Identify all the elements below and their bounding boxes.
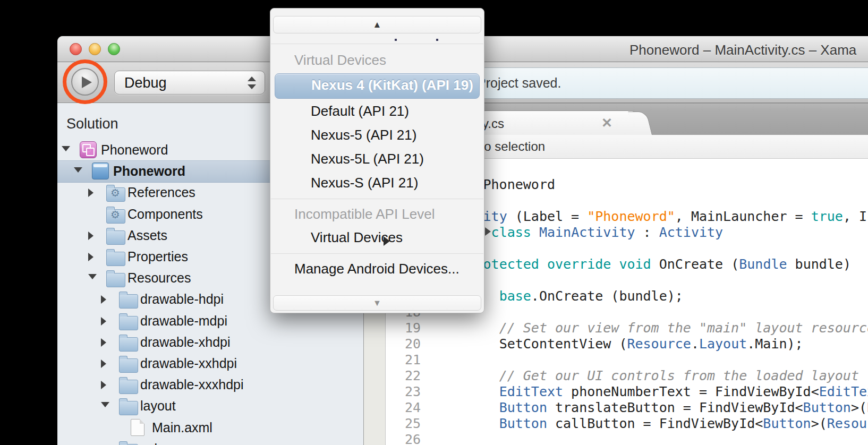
folder-icon (119, 294, 138, 309)
line-number: 26 (386, 432, 421, 445)
tree-item-label: Phoneword (113, 160, 185, 182)
code-line: Button translateButton = FindViewById<Bu… (403, 400, 868, 416)
expander-open-icon[interactable] (74, 167, 82, 173)
folder-icon (119, 316, 138, 330)
expander-closed-icon[interactable] (101, 360, 106, 368)
clipped-item-remnant (436, 39, 438, 41)
minimize-window-icon[interactable] (89, 43, 101, 55)
tree-item-label: drawable-xhdpi (140, 331, 231, 353)
configuration-selector[interactable]: Debug (114, 71, 265, 95)
menu-item[interactable]: Default (API 21) (311, 103, 409, 119)
menu-scroll-down[interactable]: ▼ (273, 295, 481, 311)
zoom-window-icon[interactable] (108, 43, 120, 55)
breadcrumb: No selection (475, 139, 545, 154)
status-message: Project saved. (477, 75, 561, 91)
tree-row-drawable-xxxhdpi[interactable]: drawable-xxxhdpi (57, 374, 363, 395)
stepper-icon (248, 76, 256, 90)
status-display: Project saved. (470, 67, 868, 99)
folder-icon (119, 358, 138, 373)
folder-icon (119, 380, 138, 394)
menu-item-selected[interactable]: Nexus 4 (KitKat) (API 19) (275, 73, 480, 99)
folder-icon (106, 273, 125, 287)
tree-item-label: Components (127, 203, 203, 225)
menu-separator (271, 44, 483, 44)
menu-section-header: Incompatible API Level (294, 206, 435, 222)
tree-item-label: Resources (127, 267, 191, 288)
close-window-icon[interactable] (70, 43, 82, 55)
folder-icon (119, 401, 138, 415)
tree-row-main-axml[interactable]: Main.axml (57, 417, 363, 438)
code-line: SetContentView (Resource.Layout.Main); (403, 336, 803, 352)
tree-item-label: drawable-hdpi (140, 288, 224, 310)
submenu-arrow-icon (384, 236, 390, 246)
device-selection-menu: ▲ Virtual DevicesNexus 4 (KitKat) (API 1… (270, 8, 484, 313)
project-icon (92, 162, 109, 179)
code-line: Button callButton = FindViewById<Button>… (403, 416, 868, 432)
configuration-label: Debug (124, 75, 167, 91)
menu-item[interactable]: Nexus-5 (API 21) (311, 127, 416, 143)
folder-icon (106, 230, 125, 245)
folder-icon (106, 252, 125, 266)
file-icon (131, 419, 144, 436)
tree-row-layout[interactable]: layout (57, 395, 363, 416)
expander-closed-icon[interactable] (101, 295, 106, 304)
folder-gear-icon (106, 209, 125, 224)
code-line: // Set our view from the "main" layout r… (403, 320, 868, 336)
tree-item-label: Properties (127, 246, 188, 267)
line-number: 21 (386, 352, 421, 368)
expander-closed-icon[interactable] (88, 253, 93, 261)
expander-open-icon[interactable] (62, 146, 70, 151)
expander-closed-icon[interactable] (101, 381, 106, 389)
tree-row-drawable-xxhdpi[interactable]: drawable-xxhdpi (57, 353, 363, 374)
expander-open-icon[interactable] (88, 274, 97, 279)
solution-icon (80, 141, 97, 158)
menu-item[interactable]: Nexus-S (API 21) (311, 175, 418, 191)
expander-closed-icon[interactable] (88, 232, 93, 240)
tree-item-label: drawable-xxxhdpi (140, 374, 244, 395)
tree-item-label: Main.axml (152, 417, 212, 438)
fold-marker-icon[interactable] (485, 227, 491, 236)
tab-close-icon[interactable]: ✕ (601, 115, 612, 131)
folder-icon (119, 337, 138, 352)
menu-separator (271, 199, 483, 199)
screenshot-canvas: Phoneword – MainActivity.cs – Xama Debug… (0, 0, 868, 445)
menu-item[interactable]: Nexus-5L (API 21) (311, 151, 424, 167)
menu-item[interactable]: Virtual Devices (311, 229, 403, 246)
folder-gear-icon (106, 187, 125, 202)
expander-closed-icon[interactable] (101, 338, 106, 347)
window-title: Phoneword – MainActivity.cs – Xama (629, 42, 856, 58)
menu-scroll-up[interactable]: ▲ (273, 16, 481, 33)
tree-item-label: drawable-mdpi (140, 310, 227, 331)
tree-item-label: Phoneword (101, 139, 168, 160)
code-line: EditText phoneNumberText = FindViewById<… (403, 384, 868, 400)
clipped-item-remnant (395, 39, 397, 41)
expander-closed-icon[interactable] (88, 189, 93, 197)
menu-item[interactable]: Manage Android Devices... (294, 261, 459, 277)
solution-pad-title: Solution (66, 116, 118, 132)
tree-item-label: Assets (127, 225, 167, 246)
tree-item-label: drawable-xxhdpi (140, 353, 237, 374)
tree-item-label: layout (140, 395, 176, 416)
tree-item-label: References (127, 182, 195, 203)
tree-row-values[interactable]: values (57, 438, 363, 445)
menu-separator (271, 253, 483, 254)
annotation-circle (63, 59, 107, 104)
tree-item-label: values (140, 438, 178, 445)
menu-section-header: Virtual Devices (294, 52, 386, 69)
tree-row-drawable-xhdpi[interactable]: drawable-xhdpi (57, 331, 363, 353)
expander-closed-icon[interactable] (101, 317, 106, 326)
expander-open-icon[interactable] (101, 402, 109, 407)
code-line: // Get our UI controls from the loaded l… (403, 368, 859, 384)
menu-item-label: Nexus 4 (KitKat) (API 19) (311, 77, 473, 93)
